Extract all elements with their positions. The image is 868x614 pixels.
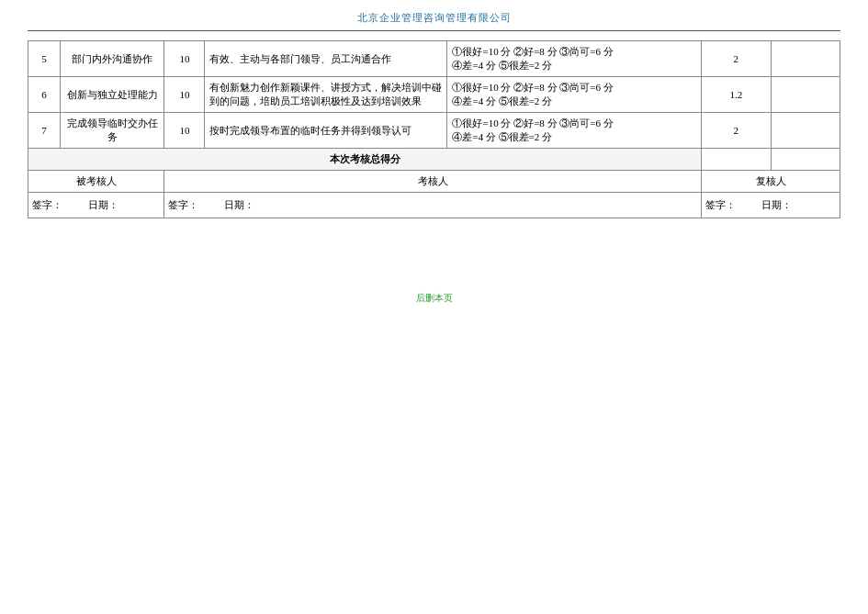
total-label: 本次考核总得分 — [28, 149, 702, 171]
footer-label: 后删本页 — [416, 293, 453, 303]
row-desc-5: 有效、主动与各部门领导、员工沟通合作 — [205, 41, 447, 77]
row-desc-7: 按时完成领导布置的临时任务并得到领导认可 — [205, 113, 447, 149]
row-desc-6: 有创新魅力创作新颖课件、讲授方式，解决培训中碰到的问题，培助员工培训积极性及达到… — [205, 77, 447, 113]
row-actual-5: 2 — [702, 41, 771, 77]
page-container: 北京企业管理咨询管理有限公司 5 部门内外沟通协作 10 有效、主动与各部门领导… — [0, 0, 868, 614]
company-title: 北京企业管理咨询管理有限公司 — [357, 12, 512, 23]
total-row: 本次考核总得分 — [28, 149, 840, 171]
row-actual-7: 2 — [702, 113, 771, 149]
sign1-label: 签字： — [32, 199, 62, 210]
sign-date-3: 签字： 日期： — [702, 193, 840, 218]
row-actual-6: 1.2 — [702, 77, 771, 113]
row-name-7: 完成领导临时交办任务 — [61, 113, 164, 149]
row-criteria-5: ①很好=10 分 ②好=8 分 ③尚可=6 分 ④差=4 分 ⑤很差=2 分 — [447, 41, 702, 77]
approver-label: 复核人 — [702, 171, 840, 193]
total-value — [702, 149, 771, 171]
table-wrapper: 5 部门内外沟通协作 10 有效、主动与各部门领导、员工沟通合作 ①很好=10 … — [0, 31, 868, 218]
row-weight-5: 10 — [164, 41, 205, 77]
date2-label: 日期： — [224, 199, 254, 210]
reviewer-label: 被考核人 — [28, 171, 164, 193]
total-remark — [771, 149, 840, 171]
row-num-5: 5 — [28, 41, 61, 77]
row-name-6: 创新与独立处理能力 — [61, 77, 164, 113]
row-num-6: 6 — [28, 77, 61, 113]
date1-label: 日期： — [88, 199, 118, 210]
row-remark-7 — [771, 113, 840, 149]
table-row: 6 创新与独立处理能力 10 有创新魅力创作新颖课件、讲授方式，解决培训中碰到的… — [28, 77, 840, 113]
date3-label: 日期： — [761, 199, 792, 210]
sign-date-1: 签字： 日期： — [28, 193, 164, 218]
row-criteria-7: ①很好=10 分 ②好=8 分 ③尚可=6 分 ④差=4 分 ⑤很差=2 分 — [447, 113, 702, 149]
row-remark-5 — [771, 41, 840, 77]
row-num-7: 7 — [28, 113, 61, 149]
sign-row: 签字： 日期： 签字： 日期： 签字： 日期： — [28, 193, 840, 218]
sign2-label: 签字： — [168, 199, 198, 210]
table-row: 5 部门内外沟通协作 10 有效、主动与各部门领导、员工沟通合作 ①很好=10 … — [28, 41, 840, 77]
sign3-label: 签字： — [705, 199, 736, 210]
table-row: 7 完成领导临时交办任务 10 按时完成领导布置的临时任务并得到领导认可 ①很好… — [28, 113, 840, 149]
assessor-label: 考核人 — [164, 171, 702, 193]
footer-text: 后删本页 — [0, 292, 868, 314]
header-area: 北京企业管理咨询管理有限公司 — [0, 0, 868, 27]
row-name-5: 部门内外沟通协作 — [61, 41, 164, 77]
row-criteria-6: ①很好=10 分 ②好=8 分 ③尚可=6 分 ④差=4 分 ⑤很差=2 分 — [447, 77, 702, 113]
row-weight-6: 10 — [164, 77, 205, 113]
reviewer-row: 被考核人 考核人 复核人 — [28, 171, 840, 193]
main-table: 5 部门内外沟通协作 10 有效、主动与各部门领导、员工沟通合作 ①很好=10 … — [28, 40, 840, 218]
row-remark-6 — [771, 77, 840, 113]
row-weight-7: 10 — [164, 113, 205, 149]
sign-date-2: 签字： 日期： — [164, 193, 702, 218]
